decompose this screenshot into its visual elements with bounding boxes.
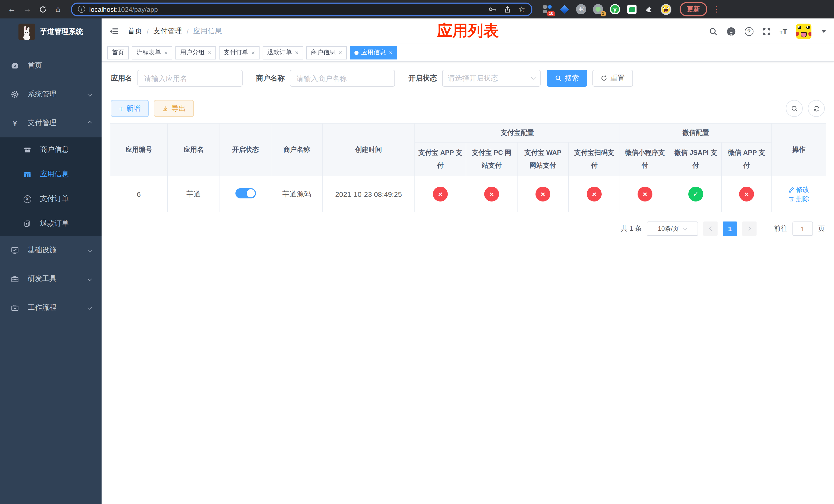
browser-home-icon[interactable]: ⌂ [51, 3, 65, 16]
breadcrumb-home[interactable]: 首页 [128, 27, 142, 36]
merchant-name-input[interactable] [290, 70, 395, 87]
browser-back-icon[interactable]: ← [5, 3, 19, 16]
page-size-select[interactable]: 10条/页 [647, 222, 698, 236]
sidebar-item-label: 首页 [28, 61, 42, 70]
sidebar-item-pay-order[interactable]: ¥ 支付订单 [0, 187, 102, 211]
col-group-wechat: 微信配置 [620, 123, 772, 142]
avatar-caret-icon[interactable] [821, 30, 826, 33]
next-page-button[interactable] [742, 222, 756, 236]
yen-icon: ¥ [10, 119, 20, 128]
current-page-button[interactable]: 1 [723, 222, 737, 236]
fullscreen-icon[interactable] [762, 27, 771, 36]
tab-app-info[interactable]: 应用信息× [350, 46, 397, 59]
wechat-lite-status-icon [638, 187, 653, 202]
sidebar-item-dev-tools[interactable]: 研发工具 [0, 265, 102, 293]
search-icon[interactable] [708, 27, 717, 36]
col-open-status: 开启状态 [220, 123, 271, 176]
browser-update-button[interactable]: 更新 [680, 2, 707, 17]
font-size-icon[interactable]: TT [780, 27, 787, 35]
col-actions: 操作 [772, 123, 826, 176]
address-bar[interactable]: i localhost:1024/pay/app ☆ [71, 2, 532, 16]
breadcrumb-payment[interactable]: 支付管理 [153, 27, 182, 36]
col-create-time: 创建时间 [322, 123, 415, 176]
sidebar-item-home[interactable]: 首页 [0, 51, 102, 80]
extension-grid-icon[interactable]: 10 [542, 4, 553, 15]
page-content: 应用名 商户名称 开启状态 请选择开启状态 搜索 [102, 62, 834, 504]
goto-page-input[interactable] [792, 222, 813, 236]
extension-chat-icon[interactable] [626, 4, 638, 15]
extension-kite-icon[interactable] [558, 4, 570, 15]
tab-process-form[interactable]: 流程表单× [132, 46, 172, 59]
reset-button[interactable]: 重置 [592, 70, 633, 87]
close-icon[interactable]: × [338, 49, 342, 56]
app-name-input[interactable] [137, 70, 243, 87]
sidebar-item-app-info[interactable]: 应用信息 [0, 162, 102, 187]
toggle-search-button[interactable] [786, 100, 803, 117]
page-info-icon[interactable]: i [78, 6, 85, 13]
chevron-down-icon [88, 305, 92, 310]
active-dot [354, 50, 358, 54]
browser-refresh-icon[interactable] [36, 3, 49, 16]
extension-command-icon[interactable]: ⌘ [575, 4, 587, 15]
tab-merchant-info[interactable]: 商户信息× [306, 46, 347, 59]
extension-record-icon[interactable]: 1 [592, 4, 604, 15]
payment-submenu: 商户信息 应用信息 ¥ 支付订单 [0, 137, 102, 236]
help-icon[interactable]: ? [745, 27, 753, 36]
refresh-table-button[interactable] [808, 100, 825, 117]
app-name-label: 应用名 [111, 74, 132, 83]
sidebar-collapse-icon[interactable] [109, 26, 119, 37]
sidebar-logo[interactable]: 芋道管理系统 [0, 19, 102, 45]
col-alipay-pc: 支付宝 PC 网站支付 [466, 142, 517, 176]
wechat-jsapi-status-icon [688, 187, 703, 202]
sidebar-item-refund-order[interactable]: 退款订单 [0, 211, 102, 236]
extensions-puzzle-icon[interactable] [643, 4, 655, 15]
prev-page-button[interactable] [703, 222, 718, 236]
add-button[interactable]: + 新增 [111, 100, 149, 117]
toolbox-icon [10, 275, 20, 283]
open-status-select[interactable]: 请选择开启状态 [442, 70, 541, 87]
open-status-toggle[interactable] [235, 188, 256, 199]
search-button[interactable]: 搜索 [547, 70, 587, 87]
col-app-id: 应用编号 [110, 123, 168, 176]
close-icon[interactable]: × [389, 49, 392, 56]
sidebar-item-system[interactable]: 系统管理 [0, 80, 102, 109]
profile-emoji-icon[interactable] [660, 4, 672, 15]
tab-user-group[interactable]: 用户分组× [175, 46, 216, 59]
screen: ← → ⌂ i localhost:1024/pay/app [0, 0, 834, 504]
goto-label: 前往 [774, 224, 787, 233]
table-grid-icon [23, 170, 32, 178]
chevron-down-icon [88, 277, 92, 281]
sidebar-item-label: 工作流程 [28, 303, 57, 312]
password-key-icon[interactable] [488, 5, 496, 13]
tab-home[interactable]: 首页 [107, 46, 129, 59]
sidebar-item-merchant-info[interactable]: 商户信息 [0, 137, 102, 162]
col-alipay-wap: 支付宝 WAP 网站支付 [517, 142, 569, 176]
export-button[interactable]: 导出 [154, 100, 194, 117]
open-status-label: 开启状态 [408, 74, 437, 83]
github-icon[interactable] [726, 26, 736, 36]
sidebar-item-payment[interactable]: ¥ 支付管理 [0, 109, 102, 137]
close-icon[interactable]: × [164, 49, 168, 56]
sidebar-item-workflow[interactable]: 工作流程 [0, 293, 102, 322]
share-icon[interactable] [503, 5, 511, 13]
close-icon[interactable]: × [208, 49, 211, 56]
sidebar-item-infrastructure[interactable]: 基础设施 [0, 236, 102, 265]
delete-link[interactable]: 删除 [788, 194, 809, 204]
bookmark-star-icon[interactable]: ☆ [518, 5, 525, 14]
alipay-app-status-icon [433, 187, 448, 202]
tab-pay-order[interactable]: 支付订单× [219, 46, 260, 59]
close-icon[interactable]: × [295, 49, 299, 56]
browser-forward-icon[interactable]: → [21, 3, 34, 16]
close-icon[interactable]: × [251, 49, 255, 56]
chevron-up-icon [88, 121, 92, 125]
browser-menu-icon[interactable]: ⋮ [712, 5, 720, 14]
edit-link[interactable]: 修改 [788, 185, 809, 194]
sidebar-item-label: 系统管理 [28, 90, 57, 99]
extension-y-icon[interactable]: y [609, 4, 621, 15]
cell-merchant-name: 芋道源码 [271, 176, 322, 212]
app-shell: 芋道管理系统 首页 [0, 19, 834, 504]
page-title: 应用列表 [437, 21, 499, 42]
extension-badge: 1 [600, 11, 606, 17]
user-avatar[interactable] [796, 24, 811, 39]
tab-refund-order[interactable]: 退款订单× [263, 46, 303, 59]
